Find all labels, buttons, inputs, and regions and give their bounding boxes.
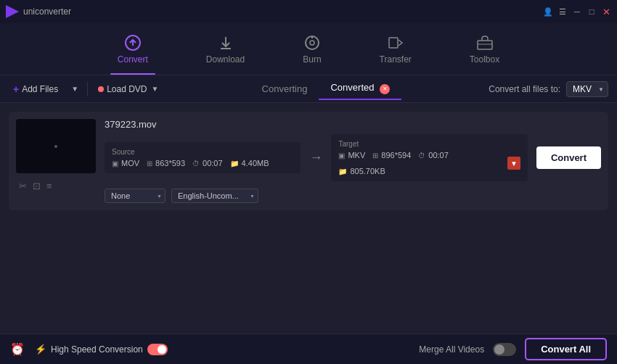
converted-label: Converted — [330, 82, 374, 93]
svg-point-4 — [310, 41, 314, 45]
close-icon[interactable]: ✕ — [601, 7, 611, 17]
resolution-icon: ⊞ — [147, 160, 152, 167]
nav-item-download[interactable]: Download — [199, 30, 252, 69]
target-res-icon: ⊞ — [372, 152, 378, 160]
subtitle-row: None Embedded English-Uncom... English — [105, 189, 601, 203]
menu-icon[interactable]: ☰ — [557, 7, 568, 17]
audio-track-select[interactable]: English-Uncom... English — [171, 189, 258, 203]
folder-icon: 📁 — [230, 160, 239, 167]
nav-bar: Convert Download Burn Tran — [0, 23, 617, 75]
file-thumbnail — [16, 119, 96, 173]
toolbar: + Add Files ▼ Load DVD ▼ Converting Conv… — [0, 75, 617, 103]
merge-toggle[interactable] — [493, 343, 516, 356]
toolbar-divider — [87, 82, 88, 96]
cut-icon[interactable]: ✂ — [19, 181, 27, 191]
user-icon[interactable]: 👤 — [543, 7, 553, 17]
source-duration-value: 00:07 — [203, 159, 223, 167]
high-speed-label: High Speed Conversion — [51, 344, 143, 355]
thumb-controls: ✂ ⊡ ≡ — [16, 181, 96, 191]
target-duration-value: 00:07 — [428, 151, 449, 160]
format-select[interactable]: MKV MP4 AVI MOV — [566, 81, 608, 97]
nav-label-toolbox: Toolbox — [470, 54, 499, 65]
clock-icon: ⏱ — [192, 160, 200, 167]
target-format: ▣ MKV — [338, 151, 365, 160]
load-dvd-label: Load DVD — [107, 84, 147, 94]
maximize-icon[interactable]: □ — [587, 7, 597, 17]
toolbar-right: Convert all files to: MKV MP4 AVI MOV — [489, 81, 608, 97]
app-name: uniconverter — [23, 7, 71, 17]
transfer-nav-icon — [387, 34, 404, 51]
converted-badge: ✕ — [380, 84, 390, 94]
target-duration: ⏱ 00:07 — [418, 151, 449, 160]
target-dropdown-btn[interactable]: ▼ — [507, 157, 520, 170]
settings-icon[interactable]: ≡ — [46, 181, 52, 191]
nav-item-convert[interactable]: Convert — [110, 30, 155, 69]
burn-nav-icon — [303, 34, 321, 51]
target-label: Target — [338, 140, 520, 148]
source-target-row: Source ▣ MOV ⊞ 863*593 ⏱ 00:07 — [105, 134, 601, 181]
lightning-icon: ⚡ — [35, 344, 46, 355]
audio-select-wrap: English-Uncom... English — [171, 189, 258, 203]
source-size: 📁 4.40MB — [230, 159, 269, 167]
app-logo — [6, 5, 19, 18]
subtitle-select-wrap: None Embedded — [105, 189, 166, 203]
plus-icon: + — [13, 83, 19, 95]
merge-label: Merge All Videos — [419, 344, 484, 355]
arrow-icon: → — [309, 150, 322, 165]
file-info: 379223.mov Source ▣ MOV ⊞ 863*593 — [105, 119, 601, 203]
file-icon: ▣ — [112, 160, 118, 167]
main-content: ✂ ⊡ ≡ 379223.mov Source ▣ MOV — [0, 103, 617, 334]
add-files-label: Add Files — [22, 84, 58, 94]
bottom-bar: ⏰ ⚡ High Speed Conversion Merge All Vide… — [0, 334, 617, 364]
source-resolution: ⊞ 863*593 — [147, 159, 185, 167]
high-speed-toggle[interactable] — [147, 344, 168, 355]
target-size: 📁 805.70KB — [338, 167, 385, 175]
source-details: ▣ MOV ⊞ 863*593 ⏱ 00:07 📁 — [112, 159, 293, 167]
bottom-right: Merge All Videos Convert All — [419, 338, 607, 360]
title-bar-controls: 👤 ☰ ─ □ ✕ — [543, 7, 611, 17]
source-format: ▣ MOV — [112, 159, 139, 167]
source-duration: ⏱ 00:07 — [192, 159, 223, 167]
convert-nav-icon — [124, 34, 142, 51]
tab-converting[interactable]: Converting — [250, 79, 319, 99]
convert-button[interactable]: Convert — [536, 146, 601, 169]
toolbox-nav-icon — [476, 34, 494, 51]
nav-item-burn[interactable]: Burn — [295, 30, 328, 69]
target-format-value: MKV — [348, 151, 365, 160]
target-clock-icon: ⏱ — [418, 152, 425, 160]
speed-item: ⚡ High Speed Conversion — [35, 344, 168, 355]
nav-item-toolbox[interactable]: Toolbox — [462, 30, 507, 69]
svg-rect-6 — [389, 38, 398, 48]
file-name: 379223.mov — [105, 119, 601, 130]
load-dvd-button[interactable]: Load DVD ▼ — [94, 81, 163, 97]
target-resolution-value: 896*594 — [381, 151, 411, 160]
target-details-row: ▣ MKV ⊞ 896*594 ⏱ 00:07 — [338, 151, 520, 175]
source-label: Source — [112, 148, 293, 156]
tab-converted[interactable]: Converted ✕ — [319, 78, 401, 100]
file-card: ✂ ⊡ ≡ 379223.mov Source ▣ MOV — [9, 112, 608, 210]
source-box: Source ▣ MOV ⊞ 863*593 ⏱ 00:07 — [105, 142, 301, 173]
nav-label-convert: Convert — [118, 54, 148, 65]
svg-rect-7 — [478, 41, 492, 49]
add-files-button[interactable]: + Add Files — [9, 80, 62, 98]
target-size-value: 805.70KB — [350, 167, 385, 175]
source-resolution-value: 863*593 — [155, 159, 185, 167]
subtitle-select[interactable]: None Embedded — [105, 189, 166, 203]
load-dvd-chevron: ▼ — [152, 85, 159, 93]
convert-all-button[interactable]: Convert All — [525, 338, 607, 360]
target-box: Target ▣ MKV ⊞ 896*594 — [331, 134, 527, 181]
toolbar-tabs: Converting Converted ✕ — [170, 78, 481, 100]
source-size-value: 4.40MB — [242, 159, 269, 167]
nav-label-transfer: Transfer — [380, 54, 412, 65]
target-details: ▣ MKV ⊞ 896*594 ⏱ 00:07 — [338, 151, 502, 175]
add-files-chevron[interactable]: ▼ — [68, 83, 81, 94]
converting-label: Converting — [262, 83, 308, 94]
minimize-icon[interactable]: ─ — [572, 7, 582, 17]
bottom-left: ⏰ ⚡ High Speed Conversion — [10, 342, 168, 356]
format-select-wrap: MKV MP4 AVI MOV — [566, 81, 608, 97]
thumb-inner — [16, 119, 96, 173]
schedule-icon[interactable]: ⏰ — [10, 342, 25, 356]
crop-icon[interactable]: ⊡ — [33, 181, 41, 191]
nav-item-transfer[interactable]: Transfer — [372, 30, 419, 69]
dvd-icon — [98, 86, 104, 92]
